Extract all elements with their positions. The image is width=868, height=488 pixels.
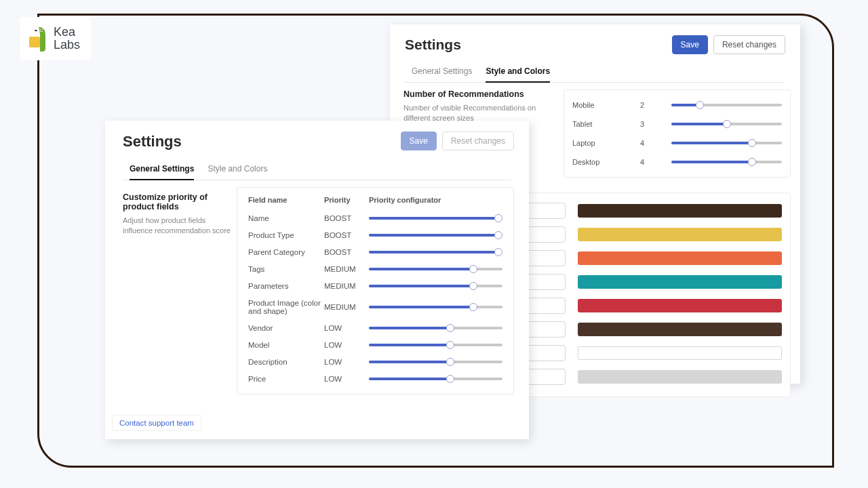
color-swatch[interactable]: [578, 370, 782, 384]
priority-row: DescriptionLOW: [248, 353, 502, 370]
save-button[interactable]: Save: [401, 131, 437, 150]
priority-value: LOW: [324, 375, 369, 383]
col-header-name: Field name: [248, 196, 324, 204]
device-label: Mobile: [572, 101, 640, 109]
priority-value: MEDIUM: [324, 303, 369, 311]
tabs: General SettingsStyle and Colors: [123, 160, 511, 180]
priority-slider[interactable]: [369, 234, 502, 237]
priority-slider[interactable]: [671, 123, 782, 125]
color-swatch[interactable]: [578, 275, 782, 289]
priority-value: MEDIUM: [324, 265, 369, 273]
recommendation-count: 3: [640, 120, 671, 128]
color-swatch[interactable]: [578, 204, 782, 218]
field-name: Tags: [248, 265, 324, 273]
recommendation-row: Tablet3: [572, 115, 782, 134]
priority-value: MEDIUM: [324, 282, 369, 290]
tab-general-settings[interactable]: General Settings: [412, 62, 472, 82]
priority-table: Field name Priority Priority configurato…: [237, 187, 514, 394]
priority-slider[interactable]: [369, 344, 502, 346]
recommendation-row: Desktop4: [572, 152, 782, 171]
settings-panel-general: Settings Save Reset changes General Sett…: [105, 121, 529, 439]
section-title: Number of Recommendations: [403, 89, 554, 99]
tabs: General SettingsStyle and Colors: [405, 62, 784, 83]
priority-value: BOOST: [324, 214, 369, 222]
svg-rect-0: [29, 37, 40, 47]
priority-slider[interactable]: [369, 306, 502, 308]
priority-slider[interactable]: [369, 285, 502, 287]
recommendation-row: Mobile2: [572, 96, 782, 115]
priority-slider[interactable]: [369, 268, 502, 270]
col-header-priority: Priority: [324, 196, 369, 204]
recommendation-count: 4: [640, 139, 671, 147]
recommendations-card: Mobile2Tablet3Laptop4Desktop4: [564, 89, 791, 178]
tab-style-and-colors[interactable]: Style and Colors: [208, 160, 267, 180]
color-swatch[interactable]: [578, 323, 782, 336]
priority-row: ModelLOW: [248, 336, 502, 353]
field-name: Product Type: [248, 231, 324, 239]
priority-slider[interactable]: [671, 142, 782, 144]
reset-button[interactable]: Reset changes: [713, 35, 785, 54]
field-name: Model: [248, 341, 324, 349]
recommendation-count: 2: [640, 101, 671, 109]
priority-row: Parent CategoryBOOST: [248, 243, 502, 260]
priority-row: VendorLOW: [248, 319, 502, 336]
field-name: Price: [248, 375, 324, 383]
priority-row: NameBOOST: [248, 209, 502, 226]
priority-row: Product TypeBOOST: [248, 226, 502, 243]
recommendation-count: 4: [640, 158, 671, 166]
recommendation-row: Laptop4: [572, 134, 782, 152]
reset-button[interactable]: Reset changes: [442, 131, 514, 150]
section-title: Customize priority of product fields: [123, 192, 234, 211]
priority-value: LOW: [324, 358, 369, 366]
save-button[interactable]: Save: [672, 35, 708, 54]
contact-support-link[interactable]: Contact support team: [112, 415, 201, 431]
priority-slider[interactable]: [369, 361, 502, 363]
priority-slider[interactable]: [369, 327, 502, 329]
color-swatch[interactable]: [578, 251, 782, 265]
field-name: Description: [248, 358, 324, 366]
logo-line2: Labs: [54, 39, 80, 52]
device-label: Laptop: [572, 139, 640, 147]
priority-value: BOOST: [324, 248, 369, 256]
color-swatch[interactable]: [578, 346, 782, 360]
col-header-config: Priority configurator: [369, 196, 502, 204]
priority-row: TagsMEDIUM: [248, 260, 502, 277]
priority-value: BOOST: [324, 231, 369, 239]
priority-slider[interactable]: [369, 217, 502, 220]
device-label: Tablet: [572, 120, 640, 128]
color-swatch[interactable]: [578, 299, 782, 312]
field-name: Name: [248, 214, 324, 222]
priority-slider[interactable]: [369, 378, 502, 380]
tab-general-settings[interactable]: General Settings: [130, 160, 194, 180]
priority-slider[interactable]: [671, 161, 782, 163]
field-name: Parameters: [248, 282, 324, 290]
logo-line1: Kea: [54, 26, 80, 39]
parrot-icon: [31, 26, 51, 52]
priority-slider[interactable]: [369, 251, 502, 253]
field-name: Product Image (color and shape): [248, 299, 324, 315]
priority-row: Product Image (color and shape)MEDIUM: [248, 294, 502, 319]
priority-value: LOW: [324, 324, 369, 332]
field-name: Vendor: [248, 324, 324, 332]
priority-row: ParametersMEDIUM: [248, 277, 502, 294]
priority-slider[interactable]: [671, 104, 782, 106]
priority-row: PriceLOW: [248, 370, 502, 387]
field-name: Parent Category: [248, 248, 324, 256]
logo-text: Kea Labs: [54, 26, 80, 52]
section-description: Adjust how product fields influence reco…: [123, 216, 234, 237]
svg-point-2: [41, 30, 42, 31]
priority-value: LOW: [324, 341, 369, 349]
device-label: Desktop: [572, 158, 640, 166]
color-swatch[interactable]: [578, 228, 782, 241]
kealabs-logo: Kea Labs: [20, 17, 91, 60]
tab-style-and-colors[interactable]: Style and Colors: [486, 62, 550, 83]
